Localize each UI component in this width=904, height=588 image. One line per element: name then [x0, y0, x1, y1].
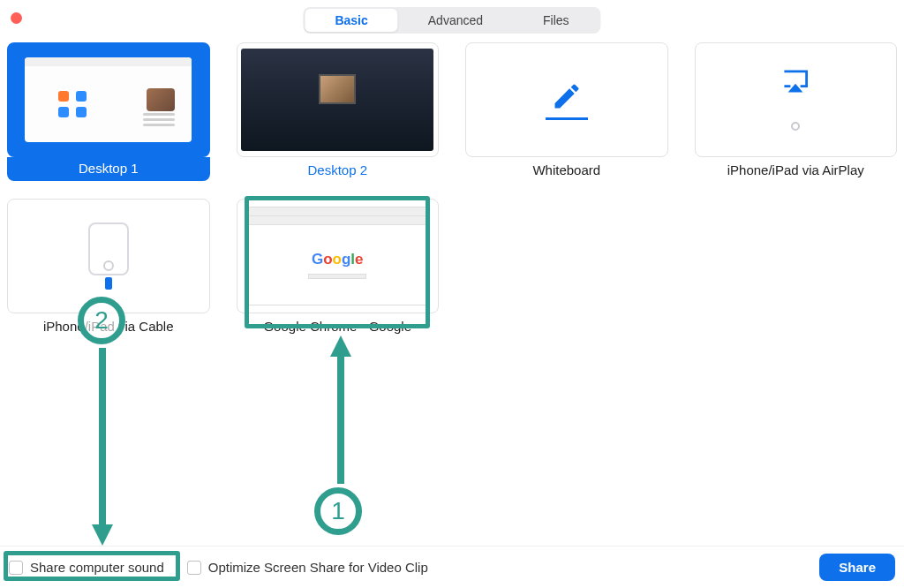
thumbnail-cable: [7, 199, 210, 313]
bottom-bar: Share computer sound Optimize Screen Sha…: [0, 546, 904, 588]
option-whiteboard[interactable]: Whiteboard: [465, 42, 668, 181]
google-logo: Google: [312, 251, 364, 268]
cable-plug-icon: [105, 277, 112, 290]
checkbox-optimize-video[interactable]: Optimize Screen Share for Video Clip: [187, 560, 428, 575]
annotation-arrow-up: [330, 335, 351, 486]
thumbnail-desktop-1: [7, 42, 210, 157]
option-cable[interactable]: iPhone/iPad via Cable: [7, 199, 210, 334]
svg-marker-3: [92, 524, 113, 546]
option-airplay[interactable]: iPhone/iPad via AirPlay: [695, 42, 898, 181]
share-option-grid: Desktop 1 Desktop 2 Whiteboard: [0, 35, 904, 334]
option-label: Desktop 2: [307, 162, 367, 177]
option-desktop-1[interactable]: Desktop 1: [7, 42, 210, 181]
checkbox-box: [9, 561, 23, 575]
checkbox-label: Share computer sound: [30, 560, 164, 575]
thumbnail-whiteboard: [465, 42, 668, 157]
tab-basic[interactable]: Basic: [305, 9, 397, 32]
device-icon: [88, 222, 129, 275]
option-desktop-2[interactable]: Desktop 2: [237, 42, 440, 181]
thumbnail-chrome: Google: [237, 199, 440, 313]
option-chrome-window[interactable]: Google Google Chrome - Google: [237, 199, 440, 334]
tab-strip: Basic Advanced Files: [303, 7, 600, 34]
tab-advanced[interactable]: Advanced: [398, 9, 513, 32]
checkbox-box: [187, 561, 201, 575]
thumbnail-airplay: [695, 42, 898, 157]
tab-files[interactable]: Files: [513, 9, 599, 32]
option-label: Desktop 1: [7, 157, 210, 181]
annotation-step-1: 1: [314, 487, 362, 535]
svg-marker-1: [330, 335, 351, 357]
option-label: iPhone/iPad via AirPlay: [727, 162, 864, 177]
device-home-indicator: [791, 122, 800, 131]
checkbox-label: Optimize Screen Share for Video Clip: [208, 560, 428, 575]
pencil-icon: [551, 80, 583, 116]
annotation-arrow-down: [92, 348, 113, 546]
share-button[interactable]: Share: [819, 554, 895, 581]
option-label: iPhone/iPad via Cable: [43, 319, 174, 334]
option-label: Google Chrome - Google: [263, 319, 411, 334]
airplay-icon: [780, 69, 810, 97]
checkbox-share-sound[interactable]: Share computer sound: [9, 560, 164, 575]
thumbnail-desktop-2: [237, 42, 440, 157]
option-label: Whiteboard: [532, 162, 600, 177]
window-close-button[interactable]: [11, 12, 22, 24]
